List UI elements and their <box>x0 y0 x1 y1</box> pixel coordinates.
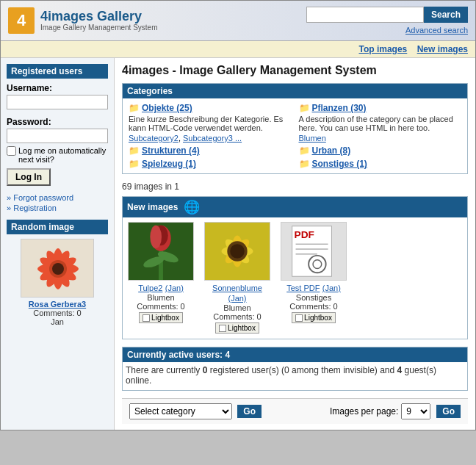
svg-point-8 <box>52 263 64 275</box>
image-thumb-tulpe2[interactable] <box>128 222 194 281</box>
random-image-comments: Comments: 0 <box>7 309 108 317</box>
registered-users-title: Registered users <box>7 64 108 79</box>
category-objekte: 📁Objekte (25) Eine kurze Beschreibung de… <box>129 103 292 143</box>
category-select[interactable]: Select category <box>129 403 232 419</box>
svg-point-22 <box>230 244 245 259</box>
svg-point-15 <box>150 226 162 248</box>
cat-name-urban[interactable]: Urban (8) <box>312 145 351 156</box>
cat-sub-objekte: Subcategory2, Subcategory3 ... <box>129 134 292 143</box>
site-title: 4images Gallery <box>40 10 158 24</box>
image-item-sonnenblume: Sonnenblume (Jan) Blumen Comments: 0 Lig… <box>202 222 273 334</box>
category-sonstiges: 📁Sonstiges (1) <box>299 159 462 169</box>
random-image-thumbnail[interactable] <box>21 239 94 298</box>
active-users-section: Currently active users: 4 There are curr… <box>122 347 468 391</box>
page-title: 4images - Image Gallery Management Syste… <box>122 64 468 77</box>
forgot-password-link[interactable]: Forgot password <box>7 193 108 202</box>
cat-name-pflanzen[interactable]: Pflanzen (30) <box>312 103 367 113</box>
globe-icon: 🌐 <box>184 199 200 215</box>
footer-nav: Select category Go Images per page: 9 Go <box>122 398 468 424</box>
cat-name-strukturen[interactable]: Strukturen (4) <box>142 145 200 156</box>
lightbox-check-sonnenblume <box>219 325 226 332</box>
lightbox-check-tulpe2 <box>143 314 150 322</box>
images-count: 69 images in 1 <box>122 181 468 192</box>
cat-name-sonstiges[interactable]: Sonstiges (1) <box>312 159 367 169</box>
top-nav: Top images New images <box>1 41 475 58</box>
testpdf-user: (Jan) <box>322 284 341 292</box>
sidebar: Registered users Username: Password: Log… <box>1 58 115 430</box>
category-go-button[interactable]: Go <box>237 405 262 418</box>
logo-icon: 4 <box>8 7 35 34</box>
new-images-link[interactable]: New images <box>417 44 468 54</box>
cat-name-spielzeug[interactable]: Spielzeug (1) <box>142 159 196 169</box>
sonnenblume-comments: Comments: 0 <box>202 312 273 321</box>
random-image-box: Rosa Gerbera3 Comments: 0 Jan <box>7 239 108 326</box>
image-title-testpdf: Test PDF (Jan) <box>278 283 349 293</box>
categories-content: 📁Objekte (25) Eine kurze Beschreibung de… <box>123 98 467 173</box>
image-item-tulpe2: Tulpe2 (Jan) Blumen Comments: 0 Lightbox <box>126 222 196 334</box>
new-images-title: New images <box>127 202 178 212</box>
registration-link[interactable]: Registration <box>7 203 108 212</box>
guest-count: 4 <box>397 365 403 375</box>
per-page-go-button[interactable]: Go <box>436 405 461 418</box>
password-label: Password: <box>7 117 108 127</box>
image-title-tulpe2: Tulpe2 (Jan) <box>126 283 196 293</box>
sonnenblume-category: Blumen <box>202 303 273 312</box>
tulip-svg <box>129 222 193 281</box>
folder-icon-spielzeug: 📁 <box>129 159 140 169</box>
categories-header: Categories <box>123 84 467 98</box>
testpdf-comments: Comments: 0 <box>278 302 349 311</box>
main-layout: Registered users Username: Password: Log… <box>1 58 475 430</box>
random-image-name[interactable]: Rosa Gerbera3 <box>7 300 108 309</box>
category-strukturen: 📁Strukturen (4) <box>129 145 292 156</box>
gerbera-image <box>21 239 94 298</box>
cat-desc-pflanzen: A description of the category can be pla… <box>299 115 462 132</box>
sonnenblume-lightbox-button[interactable]: Lightbox <box>215 322 259 334</box>
top-images-link[interactable]: Top images <box>358 44 407 54</box>
cat-desc-objekte: Eine kurze Beschreibung der Kategorie. E… <box>129 115 292 132</box>
password-input[interactable] <box>7 129 108 143</box>
lightbox-check-testpdf <box>295 314 303 322</box>
content: 4images - Image Gallery Management Syste… <box>115 58 475 430</box>
sunflower-svg <box>205 222 270 281</box>
tulpe2-comments: Comments: 0 <box>126 302 196 311</box>
search-row: Search <box>306 7 468 23</box>
subcategory2-link[interactable]: Subcategory2 <box>129 134 178 143</box>
username-label: Username: <box>7 83 108 93</box>
folder-icon-pflanzen: 📁 <box>299 103 310 113</box>
pdf-svg: PDF <box>281 222 346 281</box>
folder-icon-urban: 📁 <box>299 145 310 156</box>
folder-icon-sonstiges: 📁 <box>299 159 310 169</box>
category-spielzeug: 📁Spielzeug (1) <box>129 159 292 169</box>
per-page-area: Images per page: 9 Go <box>330 403 461 419</box>
category-pflanzen: 📁Pflanzen (30) A description of the cate… <box>299 103 462 143</box>
remember-row: Log me on automatically next visit? <box>7 146 108 164</box>
tulpe2-link[interactable]: Tulpe2 <box>138 284 162 292</box>
subcategory3-link[interactable]: Subcategory3 ... <box>183 134 242 143</box>
categories-grid: 📁Objekte (25) Eine kurze Beschreibung de… <box>129 103 461 169</box>
login-button[interactable]: Log In <box>7 168 51 186</box>
active-users-title: Currently active users: 4 <box>123 347 467 362</box>
remember-checkbox[interactable] <box>7 146 16 156</box>
cat-name-objekte[interactable]: Objekte (25) <box>142 103 192 113</box>
sonnenblume-lightbox-row: Lightbox <box>202 321 273 334</box>
username-input[interactable] <box>7 95 108 109</box>
active-users-text: There are currently 0 registered user(s)… <box>123 365 467 390</box>
svg-text:PDF: PDF <box>295 229 314 240</box>
image-item-testpdf: PDF Test PDF <box>278 222 349 334</box>
sonnenblume-link[interactable]: Sonnenblume <box>212 284 262 292</box>
testpdf-lightbox-button[interactable]: Lightbox <box>292 312 336 323</box>
header: 4 4images Gallery Image Gallery Manageme… <box>1 1 475 41</box>
search-button[interactable]: Search <box>424 7 468 23</box>
testpdf-link[interactable]: Test PDF <box>286 284 320 292</box>
cat-sub-pflanzen: Blumen <box>299 134 462 143</box>
category-urban: 📁Urban (8) <box>299 145 462 156</box>
search-area: Search Advanced search <box>306 7 468 35</box>
per-page-select[interactable]: 9 <box>401 403 430 419</box>
testpdf-lightbox-row: Lightbox <box>278 311 349 324</box>
advanced-search-link[interactable]: Advanced search <box>405 26 468 35</box>
image-thumb-testpdf[interactable]: PDF <box>281 222 347 281</box>
tulpe2-lightbox-button[interactable]: Lightbox <box>139 312 183 323</box>
search-input[interactable] <box>306 7 424 23</box>
image-thumb-sonnenblume[interactable] <box>204 222 270 281</box>
blumen-link[interactable]: Blumen <box>299 134 326 143</box>
